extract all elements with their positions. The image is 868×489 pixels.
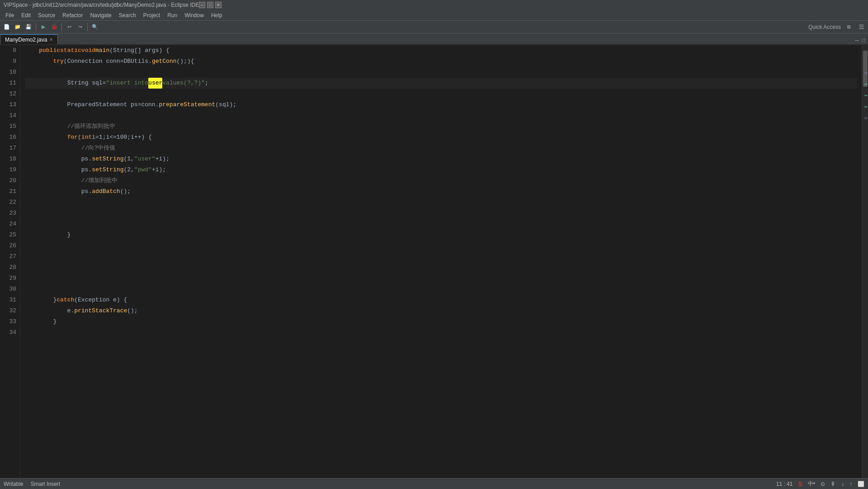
menu-help[interactable]: Help [208, 11, 226, 19]
editor[interactable]: 8 9 10 11 12 13 14 15 16 17 18 19 20 21 … [0, 45, 868, 478]
code-line-15: //循环添加到批中 [25, 121, 857, 132]
debug-button[interactable]: 🐞 [49, 22, 59, 32]
status-writable[interactable]: Writable [4, 481, 24, 487]
code-line-17: //向?中传值 [25, 143, 857, 154]
code-line-21: ps.addBatch(); [25, 186, 857, 197]
menu-navigate[interactable]: Navigate [86, 11, 115, 19]
menu-file[interactable]: File [2, 11, 18, 19]
run-button[interactable]: ▶ [38, 22, 48, 32]
quick-access-area: Quick Access ⊞ ☰ [808, 23, 866, 32]
code-line-33: } [25, 316, 857, 327]
code-line-27 [25, 251, 857, 262]
status-cursor-position[interactable]: 11 : 41 [776, 481, 793, 487]
status-up-icon[interactable]: ↑ [849, 481, 852, 487]
code-line-29 [25, 273, 857, 284]
code-line-25: } [25, 230, 857, 240]
undo-button[interactable]: ↩ [64, 22, 74, 32]
titlebar-controls: ─ □ ✕ [199, 2, 222, 8]
menu-run[interactable]: Run [164, 11, 181, 19]
code-line-12 [25, 89, 857, 99]
code-line-13: PreparedStatement ps=conn.prepareStateme… [25, 99, 857, 110]
maximize-button[interactable]: □ [207, 2, 213, 8]
code-area[interactable]: 8 9 10 11 12 13 14 15 16 17 18 19 20 21 … [0, 45, 868, 478]
titlebar: VIPSpace - jdbcUnit12/src/main/java/cn/t… [0, 0, 868, 10]
code-line-26 [25, 240, 857, 251]
toolbar: 📄 📁 💾 ▶ 🐞 ↩ ↪ 🔍 Quick Access ⊞ ☰ [0, 21, 868, 33]
statusbar-right: 11 : 41 S 中• ⊙ 🎙 ↓ ↑ ⬜ [776, 480, 864, 488]
menubar: File Edit Source Refactor Navigate Searc… [0, 10, 868, 21]
open-button[interactable]: 📁 [13, 22, 23, 32]
tabbar-controls: ─ □ [854, 36, 868, 44]
view-menu-button[interactable]: ☰ [857, 23, 866, 32]
search-toolbar-button[interactable]: 🔍 [90, 22, 100, 32]
new-button[interactable]: 📄 [2, 22, 12, 32]
perspective-button[interactable]: ⊞ [844, 23, 854, 32]
main-area: 8 9 10 11 12 13 14 15 16 17 18 19 20 21 … [0, 45, 868, 478]
redo-button[interactable]: ↪ [75, 22, 85, 32]
line-numbers: 8 9 10 11 12 13 14 15 16 17 18 19 20 21 … [0, 45, 20, 478]
status-layout-icon[interactable]: ⬜ [858, 481, 864, 487]
minimize-button[interactable]: ─ [199, 2, 205, 8]
separator-2 [61, 23, 62, 31]
save-button[interactable]: 💾 [24, 22, 33, 32]
minimap-marker-2 [864, 84, 867, 85]
menu-window[interactable]: Window [181, 11, 208, 19]
minimap-marker-3 [864, 95, 867, 96]
maximize-editor-button[interactable]: □ [861, 36, 866, 44]
menu-refactor[interactable]: Refactor [59, 11, 86, 19]
menu-search[interactable]: Search [115, 11, 140, 19]
code-line-10 [25, 67, 857, 78]
statusbar: Writable Smart Insert 11 : 41 S 中• ⊙ 🎙 ↓… [0, 478, 868, 489]
code-line-28 [25, 262, 857, 273]
code-line-23 [25, 208, 857, 219]
code-line-18: ps.setString(1, "user"+i); [25, 154, 857, 165]
tab-manydemo2[interactable]: ManyDemo2.java ✕ [0, 34, 58, 44]
code-line-34 [25, 327, 857, 338]
code-line-16: for(int i=1;i<=100;i++) { [25, 132, 857, 143]
menu-edit[interactable]: Edit [18, 11, 34, 19]
vertical-scrollbar[interactable] [862, 45, 868, 478]
code-line-8: public static void main(String[] args) { [25, 45, 857, 56]
code-editor-content[interactable]: public static void main(String[] args) {… [20, 45, 862, 478]
code-line-30 [25, 284, 857, 295]
code-line-31: } catch (Exception e) { [25, 295, 857, 306]
tab-label: ManyDemo2.java [5, 37, 47, 43]
menu-source[interactable]: Source [34, 11, 59, 19]
separator-1 [36, 23, 36, 31]
status-settings-icon[interactable]: ⊙ [821, 481, 825, 487]
code-line-24 [25, 219, 857, 230]
separator-3 [87, 23, 88, 31]
tab-close-button[interactable]: ✕ [49, 37, 53, 42]
status-mic-icon[interactable]: 🎙 [830, 481, 836, 487]
status-language-icon[interactable]: 中• [808, 480, 815, 488]
tabbar: ManyDemo2.java ✕ ─ □ [0, 33, 868, 45]
code-line-19: ps.setString(2, "pwd"+i); [25, 165, 857, 175]
code-line-9: try (Connection conn=DBUtils.getConn();)… [25, 56, 857, 67]
code-line-20: //增加到批中 [25, 175, 857, 186]
scrollbar-thumb[interactable] [863, 51, 868, 87]
status-down-icon[interactable]: ↓ [841, 481, 844, 487]
close-button[interactable]: ✕ [215, 2, 222, 8]
status-spellcheck-icon[interactable]: S [798, 480, 802, 488]
quick-access-label: Quick Access [808, 24, 841, 30]
minimize-editor-button[interactable]: ─ [854, 36, 860, 44]
menu-project[interactable]: Project [140, 11, 164, 19]
minimap-marker-1 [864, 72, 867, 74]
minimap-marker-5 [864, 118, 867, 119]
code-line-14 [25, 110, 857, 121]
code-line-11: String sql="insert into user values(?,?)… [25, 78, 857, 89]
code-line-32: e.printStackTrace(); [25, 306, 857, 316]
titlebar-title: VIPSpace - jdbcUnit12/src/main/java/cn/t… [4, 2, 199, 8]
minimap-marker-4 [864, 106, 867, 108]
status-insert-mode[interactable]: Smart Insert [31, 481, 60, 487]
code-line-22 [25, 197, 857, 208]
